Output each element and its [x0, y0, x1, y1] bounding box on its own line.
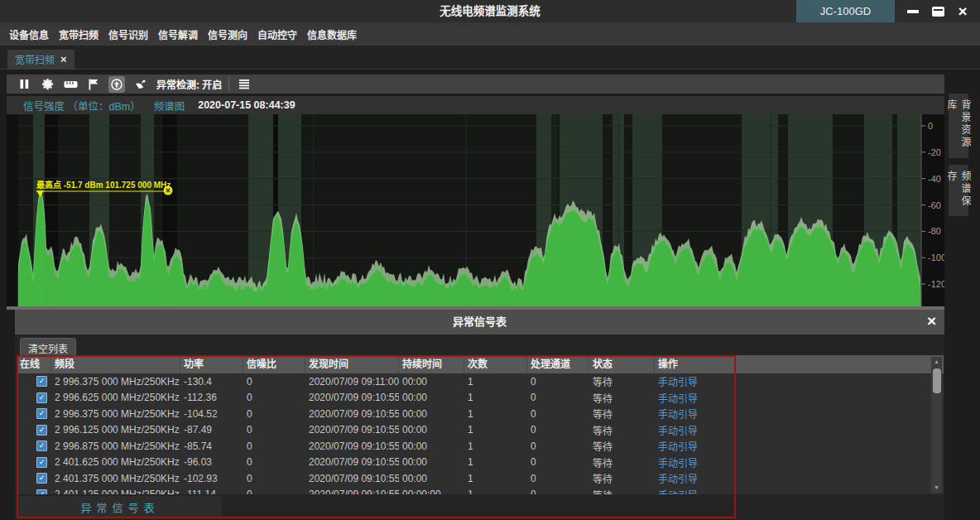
manual-guide-link[interactable]: 手动引导 [658, 426, 698, 437]
cell-channel: 0 [527, 408, 589, 420]
panel-title: 异常信号表 [15, 310, 944, 335]
online-checkbox[interactable]: ✓ [36, 425, 47, 436]
cell-online: ✓ [17, 408, 51, 419]
column-header-status[interactable]: 状态 [589, 355, 655, 373]
column-header-action[interactable]: 操作 [655, 355, 735, 373]
table-row[interactable]: ✓2 996.375 000 MHz/250KHz-104.5202020/07… [17, 406, 944, 422]
online-checkbox[interactable]: ✓ [36, 376, 47, 387]
cell-duration: 00:00 [399, 376, 464, 388]
settings-button[interactable] [39, 76, 55, 93]
manual-guide-link[interactable]: 手动引导 [658, 377, 698, 388]
online-checkbox[interactable]: ✓ [36, 408, 47, 419]
menu-item-0[interactable]: 设备信息 [4, 27, 54, 41]
cell-power: -96.03 [180, 456, 243, 468]
menu-item-2[interactable]: 信号识别 [103, 27, 153, 41]
spectrum-chart[interactable]: 0-20-40-60-80-100-120最高点 -51.7 dBm 101.7… [7, 114, 944, 307]
cell-found: 2020/07/09 09:10:55 [305, 408, 399, 420]
svg-text:-80: -80 [928, 226, 941, 236]
cell-action: 手动引导 [655, 488, 735, 494]
scroll-up-button[interactable]: ▲ [931, 357, 942, 367]
anomaly-panel-header[interactable]: 异常信号表 × [15, 310, 944, 335]
manual-guide-link[interactable]: 手动引导 [658, 441, 698, 453]
cell-action: 手动引导 [655, 455, 735, 469]
column-header-power[interactable]: 功率 [180, 355, 243, 373]
cell-online: ✓ [17, 457, 51, 468]
table-row[interactable]: ✓2 401.125 000 MHz/250KHz-111.1402020/07… [17, 487, 944, 495]
manual-guide-link[interactable]: 手动引导 [658, 490, 698, 494]
marker-button[interactable] [85, 76, 102, 93]
table-row[interactable]: ✓2 401.625 000 MHz/250KHz-96.0302020/07/… [17, 455, 944, 471]
cell-found: 2020/07/09 09:10:55 [305, 489, 399, 494]
table-row[interactable]: ✓2 996.375 000 MHz/250KHz-130.402020/07/… [17, 373, 944, 390]
gear-icon [41, 78, 54, 90]
svg-text:-40: -40 [928, 174, 941, 184]
column-header-online[interactable]: 在线 [17, 355, 51, 373]
column-header-duration[interactable]: 持续时间 [399, 355, 464, 373]
table-scrollbar[interactable]: ▲ ▼ [931, 357, 942, 493]
scroll-down-button[interactable]: ▼ [931, 483, 942, 493]
online-checkbox[interactable]: ✓ [36, 489, 47, 494]
manual-guide-link[interactable]: 手动引导 [658, 393, 698, 405]
background-library-button[interactable]: 背景资源库 [949, 94, 968, 158]
menu-item-6[interactable]: 信息数据库 [302, 27, 362, 41]
cell-channel: 0 [527, 424, 589, 436]
cell-found: 2020/07/09 09:10:55 [305, 456, 399, 468]
cell-action: 手动引导 [655, 471, 735, 485]
table-row[interactable]: ✓2 996.875 000 MHz/250KHz-85.7402020/07/… [17, 438, 944, 455]
online-checkbox[interactable]: ✓ [36, 473, 47, 484]
pause-icon [19, 79, 30, 89]
panel-close-icon[interactable]: × [927, 310, 936, 335]
column-header-count[interactable]: 次数 [464, 355, 527, 373]
online-checkbox[interactable]: ✓ [36, 457, 47, 468]
tab-label: 宽带扫频 [15, 52, 55, 66]
tab-broadband-scan[interactable]: 宽带扫频 × [7, 50, 74, 69]
online-checkbox[interactable]: ✓ [36, 392, 47, 403]
measure-button[interactable] [62, 76, 79, 93]
chart-header: 信号强度 （单位：dBm） 频谱图 2020-07-15 08:44:39 [7, 96, 944, 114]
titlebar: 无线电频谱监测系统 JC-100GD × [0, 0, 980, 22]
cell-snr: 0 [243, 376, 305, 388]
cell-channel: 0 [527, 441, 589, 452]
scroll-thumb[interactable] [933, 368, 941, 393]
menu-item-4[interactable]: 信号测向 [203, 27, 252, 41]
menu-item-5[interactable]: 自动控守 [252, 27, 302, 41]
online-checkbox[interactable]: ✓ [36, 441, 47, 451]
menu-list-button[interactable] [236, 76, 252, 93]
minimize-button[interactable] [901, 0, 925, 22]
cell-online: ✓ [17, 392, 51, 403]
manual-guide-link[interactable]: 手动引导 [658, 474, 698, 485]
cell-count: 1 [464, 456, 527, 468]
cell-status: 等待 [589, 407, 655, 421]
column-header-snr[interactable]: 信噪比 [243, 355, 305, 373]
tab-close-icon[interactable]: × [60, 54, 67, 65]
cell-count: 1 [464, 441, 527, 452]
pause-button[interactable] [16, 76, 32, 93]
table-row[interactable]: ✓2 996.125 000 MHz/250KHz-87.4902020/07/… [17, 422, 944, 439]
anomaly-table-tab[interactable]: 异常信号表 [18, 496, 222, 518]
menu-item-3[interactable]: 信号解调 [153, 27, 203, 41]
cell-status: 等待 [589, 439, 655, 453]
table-header-row: 在线频段功率信噪比发现时间持续时间次数处理通道状态操作 [17, 355, 944, 373]
close-button[interactable]: × [950, 0, 975, 22]
cell-power: -102.93 [180, 473, 243, 484]
manual-guide-link[interactable]: 手动引导 [658, 458, 698, 469]
column-header-channel[interactable]: 处理通道 [527, 355, 589, 373]
table-row[interactable]: ✓2 401.375 000 MHz/250KHz-102.9302020/07… [17, 470, 944, 487]
cell-found: 2020/07/09 09:10:55 [305, 392, 399, 403]
cell-found: 2020/07/09 09:11:00 [305, 376, 399, 388]
y-axis-title: 信号强度 （单位：dBm） [23, 98, 141, 113]
spectrum-toolbar: 异常检测: 开启 [7, 75, 944, 94]
column-header-freq[interactable]: 频段 [51, 355, 180, 373]
table-body: ✓2 996.375 000 MHz/250KHz-130.402020/07/… [17, 373, 944, 494]
menu-item-1[interactable]: 宽带扫频 [54, 27, 103, 41]
cell-status: 等待 [589, 488, 655, 494]
monitor-button[interactable] [132, 76, 148, 93]
table-row[interactable]: ✓2 996.625 000 MHz/250KHz-112.3602020/07… [17, 390, 944, 407]
spectrum-save-button[interactable]: 频谱保存 [949, 165, 968, 216]
manual-guide-link[interactable]: 手动引导 [658, 409, 698, 421]
column-header-found[interactable]: 发现时间 [305, 355, 399, 373]
chart-timestamp: 2020-07-15 08:44:39 [198, 99, 295, 111]
maximize-button[interactable] [925, 0, 950, 22]
cell-power: -104.52 [180, 408, 243, 420]
capture-button[interactable] [108, 76, 125, 93]
